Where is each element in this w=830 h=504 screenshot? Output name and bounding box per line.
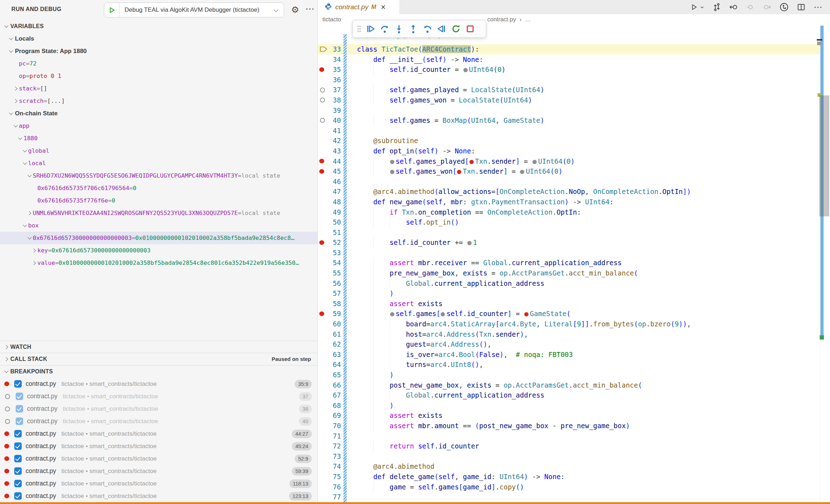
breadcrumb-file[interactable]: contract.py — [487, 16, 516, 23]
step-over-button[interactable] — [378, 22, 391, 36]
code-line-63[interactable]: 63is_over=arc4.Bool(False), # noqa: FBT0… — [317, 350, 820, 360]
code-line-70[interactable]: 70assert mbr.amount == (post_new_game_bo… — [317, 421, 820, 431]
split-editor-icon[interactable] — [797, 3, 805, 11]
breakpoint-checkbox[interactable] — [14, 380, 22, 388]
breakpoint-row[interactable]: contract.pytictactoe • smart_contracts/t… — [0, 477, 317, 490]
code-line-68[interactable]: 68) — [317, 400, 820, 411]
inline-breakpoint-icon[interactable] — [524, 312, 529, 316]
code-line-72[interactable]: 72return self.id_counter — [317, 441, 820, 451]
call-stack-section-header[interactable]: CALL STACK Paused on step — [0, 353, 317, 365]
breakpoint-row[interactable]: contract.pytictactoe • smart_contracts/t… — [0, 427, 317, 440]
tree-row[interactable]: key = 0x67616d65730000000000000003 — [0, 244, 317, 257]
code-line-54[interactable]: 54assert mbr.receiver == Global.current_… — [317, 258, 820, 268]
gear-icon[interactable]: ⚙ — [291, 5, 299, 15]
compare-changes-icon[interactable] — [713, 3, 721, 11]
chevron-down-icon[interactable] — [27, 173, 33, 179]
code-line-71[interactable]: 71 — [317, 431, 820, 441]
tree-row[interactable]: value = 0x01000000000102010002a358bf5bad… — [0, 257, 317, 269]
tree-row[interactable]: box — [0, 219, 317, 232]
code-line-34[interactable]: 34def __init__(self) -> None: — [317, 54, 820, 65]
breakpoint-checkbox[interactable] — [16, 405, 23, 413]
continue-button[interactable] — [364, 22, 377, 36]
source-control-graph-icon[interactable] — [779, 2, 789, 12]
code-line-61[interactable]: 61host=arc4.Address(Txn.sender), — [317, 329, 820, 340]
launch-config-dropdown[interactable]: Debug TEAL via AlgoKit AVM Debugger (tic… — [104, 2, 284, 17]
inline-breakpoint-candidate-icon[interactable] — [390, 160, 394, 164]
inline-breakpoint-candidate-icon[interactable] — [390, 312, 394, 316]
chevron-down-icon[interactable] — [22, 160, 28, 166]
code-line-56[interactable]: 56Global.current_application_address — [317, 278, 820, 289]
code-line-75[interactable]: 75def delete_game(self, game_id: UInt64)… — [317, 472, 820, 482]
code-line-45[interactable]: 45self.games_won[Txn.sender] = UInt64(0) — [317, 166, 820, 177]
tab-contract-py[interactable]: contract.py M × — [317, 0, 399, 14]
code-line-57[interactable]: 57) — [317, 288, 820, 299]
start-debugging-icon[interactable] — [104, 3, 120, 17]
code-line-77[interactable]: 77 — [317, 492, 820, 502]
code-line-67[interactable]: 67Global.current_application_address — [317, 390, 820, 400]
tree-row[interactable]: global — [0, 145, 317, 157]
chevron-down-icon[interactable] — [8, 36, 14, 42]
section-header-variables[interactable]: VARIABLES — [0, 20, 317, 32]
code-line-41[interactable]: 41 — [317, 126, 820, 136]
breadcrumb-folder[interactable]: tictacto — [322, 16, 341, 23]
code-line-35[interactable]: 35self.id_counter = UInt64(0) — [317, 64, 820, 75]
tree-row[interactable]: 0x67616d65735f706c61796564 = 0 — [0, 182, 317, 194]
inline-breakpoint-candidate-icon[interactable] — [467, 241, 472, 245]
chevron-down-icon[interactable] — [8, 110, 14, 116]
code-line-52[interactable]: 52self.id_counter += 1 — [317, 237, 820, 248]
code-line-53[interactable]: 53 — [317, 248, 820, 258]
chevron-right-icon[interactable] — [31, 260, 37, 266]
more-actions-icon[interactable]: ⋯ — [305, 4, 314, 14]
tree-row[interactable]: scratch = [...] — [0, 95, 317, 107]
code-line-59[interactable]: 59self.games[self.id_counter] = GameStat… — [317, 309, 820, 319]
tree-row[interactable]: local — [0, 157, 317, 169]
breakpoint-checkbox[interactable] — [16, 393, 23, 400]
code-line-73[interactable]: 73 — [317, 451, 820, 462]
inline-breakpoint-candidate-icon[interactable] — [532, 160, 537, 164]
chevron-right-icon[interactable] — [31, 247, 37, 253]
step-out-button[interactable] — [406, 22, 420, 36]
breakpoint-checkbox[interactable] — [14, 480, 22, 487]
code-line-76[interactable]: 76game = self.games[game_id].copy() — [317, 482, 820, 492]
inline-breakpoint-icon[interactable] — [457, 170, 461, 174]
code-line-36[interactable]: 36 — [317, 75, 820, 85]
code-line-40[interactable]: 40self.games = BoxMap(UInt64, GameState) — [317, 115, 820, 126]
stop-button[interactable] — [463, 22, 477, 36]
tree-row[interactable]: SRH6D7XU2N6WQQ5SSYDQFG5ESO6JWEQIDPGLUGYC… — [0, 169, 317, 182]
more-actions-icon[interactable]: ⋯ — [814, 3, 822, 11]
tree-row[interactable]: pc = 72 — [0, 57, 317, 70]
tree-row[interactable]: UNML6W5NVHRIKTEOZAA4NI2SWQROSGNFNY2QS523… — [0, 207, 317, 219]
breakpoint-row[interactable]: contract.pytictactoe • smart_contracts/t… — [0, 490, 317, 502]
code-line-55[interactable]: 55pre_new_game_box, exists = op.AcctPara… — [317, 268, 820, 278]
breadcrumb-symbol[interactable]: … — [525, 16, 531, 23]
chevron-down-icon[interactable] — [13, 123, 19, 129]
code-line-46[interactable]: 46 — [317, 177, 820, 187]
chevron-down-icon[interactable] — [22, 222, 28, 229]
close-icon[interactable]: × — [381, 3, 385, 11]
chevron-down-icon[interactable] — [8, 48, 14, 54]
chevron-down-icon[interactable] — [22, 148, 28, 154]
code-line-47[interactable]: 47@arc4.abimethod(allow_actions=[OnCompl… — [317, 187, 820, 197]
tree-row[interactable]: 1880 — [0, 132, 317, 145]
breakpoint-row[interactable]: contract.pytictactoe • smart_contracts/t… — [0, 440, 317, 452]
chevron-right-icon[interactable] — [13, 98, 19, 104]
code-line-66[interactable]: 66post_new_game_box, exists = op.AcctPar… — [317, 380, 820, 390]
inline-breakpoint-candidate-icon[interactable] — [390, 170, 394, 174]
breakpoint-row[interactable]: contract.pytictactoe • smart_contracts/t… — [0, 403, 317, 415]
breakpoint-row[interactable]: contract.pytictactoe • smart_contracts/t… — [0, 465, 317, 477]
watch-section-header[interactable]: WATCH — [0, 341, 317, 353]
back-icon[interactable] — [746, 3, 755, 11]
breakpoint-checkbox[interactable] — [14, 455, 22, 462]
scrollbar-thumb[interactable] — [819, 95, 829, 216]
code-line-39[interactable]: 39 — [317, 105, 820, 116]
chevron-down-icon[interactable] — [27, 235, 33, 241]
inline-breakpoint-candidate-icon[interactable] — [441, 312, 445, 316]
breakpoint-row[interactable]: contract.pytictactoe • smart_contracts/t… — [0, 415, 317, 427]
code-line-48[interactable]: 48def new_game(self, mbr: gtxn.PaymentTr… — [317, 197, 820, 207]
code-line-50[interactable]: 50self.opt_in() — [317, 217, 820, 227]
code-line-65[interactable]: 65) — [317, 370, 820, 380]
reverse-continue-button[interactable] — [435, 22, 448, 36]
inline-breakpoint-candidate-icon[interactable] — [520, 170, 524, 174]
breakpoint-checkbox[interactable] — [14, 430, 22, 437]
code-line-51[interactable]: 51 — [317, 227, 820, 238]
